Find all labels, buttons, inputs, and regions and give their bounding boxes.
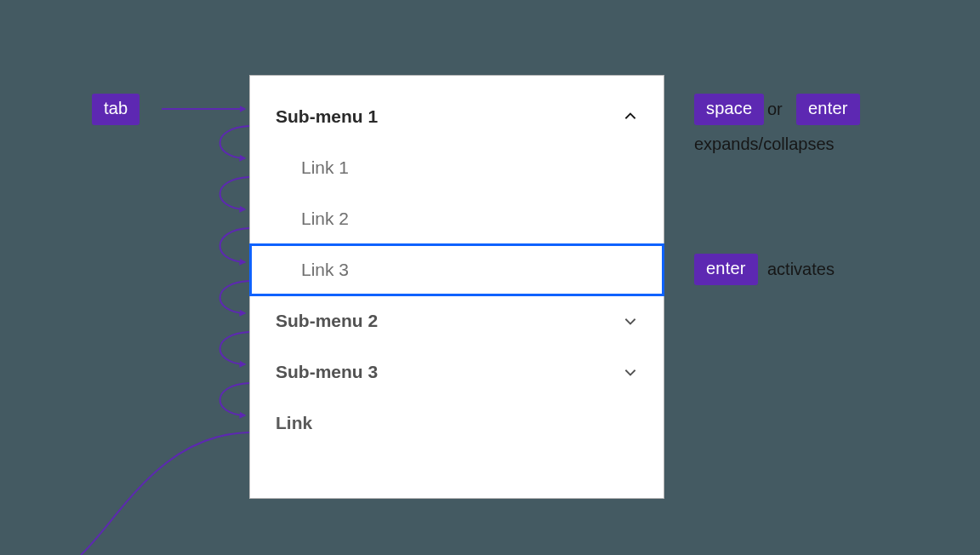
anno-or: or xyxy=(767,100,783,119)
submenu-1-link-1[interactable]: Link 1 xyxy=(250,142,664,193)
submenu-2-label: Sub-menu 2 xyxy=(276,311,378,331)
key-tab: tab xyxy=(92,94,140,125)
link-3-label: Link 3 xyxy=(301,260,349,280)
submenu-3-label: Sub-menu 3 xyxy=(276,362,378,382)
chevron-up-icon xyxy=(623,109,638,124)
submenu-1-label: Sub-menu 1 xyxy=(276,106,378,127)
top-level-link-label: Link xyxy=(276,413,312,433)
link-1-label: Link 1 xyxy=(301,157,349,178)
chevron-down-icon xyxy=(623,313,638,329)
top-level-link[interactable]: Link xyxy=(250,398,664,449)
chevron-down-icon xyxy=(623,364,638,380)
link-2-label: Link 2 xyxy=(301,209,349,229)
submenu-1-link-2[interactable]: Link 2 xyxy=(250,193,664,244)
submenu-1-link-3[interactable]: Link 3 xyxy=(250,244,664,295)
key-enter: enter xyxy=(796,94,860,125)
submenu-3-header[interactable]: Sub-menu 3 xyxy=(250,346,664,398)
submenu-2-header[interactable]: Sub-menu 2 xyxy=(250,295,664,346)
key-enter-2: enter xyxy=(694,254,758,285)
anno-activates: activates xyxy=(767,260,835,279)
anno-expands-collapses: expands/collapses xyxy=(694,134,835,154)
menu-panel: Sub-menu 1 Link 1 Link 2 Link 3 Sub-menu… xyxy=(249,75,664,499)
submenu-1-header[interactable]: Sub-menu 1 xyxy=(250,91,664,142)
key-space: space xyxy=(694,94,764,125)
